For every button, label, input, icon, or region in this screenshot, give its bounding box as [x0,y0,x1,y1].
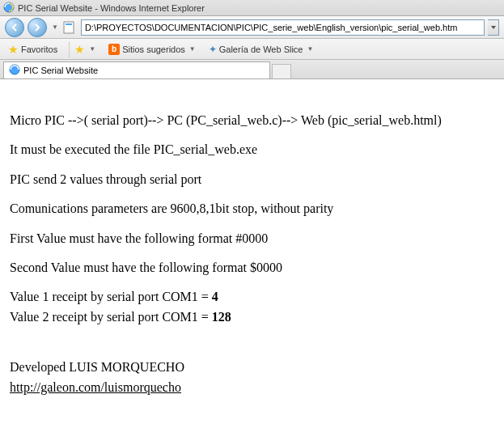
favorite-item-galeria[interactable]: ✦ Galería de Web Slice ▼ [205,42,317,57]
star-add-icon: ★ [74,43,85,56]
title-bar: PIC Serial Website - Windows Internet Ex… [0,0,504,16]
address-dropdown-icon[interactable] [488,19,499,36]
chevron-down-icon: ▼ [307,45,314,53]
address-bar-input[interactable] [81,19,485,36]
content-line-format1: First Value must have the following form… [10,230,494,248]
developer-link[interactable]: http://galeon.com/luismorquecho [10,380,181,394]
content-line-exe: It must be executed the file PIC_serial_… [10,141,494,159]
tab-strip: PIC Serial Website [0,60,504,79]
value1: 4 [212,290,218,303]
add-favorite-button[interactable]: ★ ▼ [69,41,99,57]
forward-button[interactable] [28,18,47,37]
favorite-link-label: Sitios sugeridos [122,44,185,54]
svg-rect-2 [66,23,72,25]
value2: 128 [212,310,231,324]
content-value1-line: Value 1 receipt by serial port COM1 = 4 [10,288,494,306]
favorites-button[interactable]: ★ Favoritos [5,41,61,57]
favorite-item-sitios[interactable]: b Sitios sugeridos ▼ [105,42,199,57]
developer-block: Developed LUIS MORQUECHO http://galeon.c… [10,358,494,396]
chevron-down-icon: ▼ [189,45,196,53]
content-line-format2: Second Value must have the following for… [10,259,494,277]
window-title: PIC Serial Website - Windows Internet Ex… [18,3,205,13]
bing-icon: b [108,44,120,55]
favorite-link-label: Galería de Web Slice [219,44,303,54]
favorites-label: Favoritos [21,44,57,54]
star-icon: ★ [8,43,19,56]
navigation-toolbar: ▼ [0,16,504,39]
page-content: Micro PIC -->( serial port)--> PC (PC_se… [0,79,504,445]
new-tab-button[interactable] [272,64,291,78]
content-value2-line: Value 2 receipt by serial port COM1 = 12… [10,308,494,326]
page-file-icon [61,19,76,36]
svg-point-3 [10,65,19,74]
svg-point-0 [4,2,14,12]
ie-icon [3,2,15,15]
favorites-toolbar: ★ Favoritos ★ ▼ b Sitios sugeridos ▼ ✦ G… [0,39,504,60]
chevron-down-icon: ▼ [89,45,95,53]
browser-tab[interactable]: PIC Serial Website [3,61,270,78]
tab-ie-icon [9,64,20,77]
content-line-flow: Micro PIC -->( serial port)--> PC (PC_se… [10,112,494,129]
history-dropdown-icon[interactable]: ▼ [52,23,58,31]
value1-label: Value 1 receipt by serial port COM1 = [10,290,212,303]
content-line-pic: PIC send 2 values through serial port [10,171,494,189]
webslice-icon: ✦ [209,44,217,55]
value2-label: Value 2 receipt by serial port COM1 = [10,310,212,324]
back-button[interactable] [5,18,24,37]
content-line-params: Comunications parameters are 9600,8,1bit… [10,200,494,218]
developer-credit: Developed LUIS MORQUECHO [10,358,494,376]
tab-title: PIC Serial Website [23,66,98,75]
